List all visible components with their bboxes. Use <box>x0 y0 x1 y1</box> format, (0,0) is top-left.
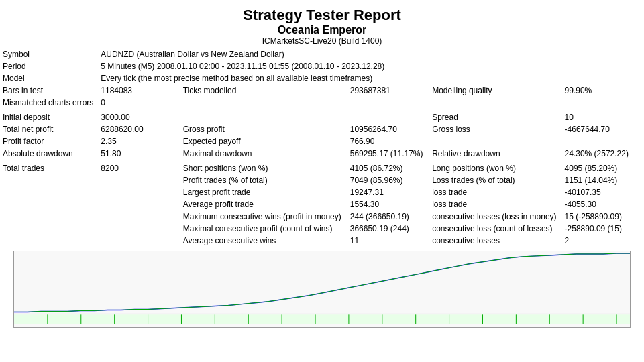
gross-profit-label: Gross profit <box>180 123 347 135</box>
loss-trades-label: Loss trades (% of total) <box>429 174 561 186</box>
abs-drawdown-value: 51.80 <box>98 147 180 160</box>
profit-trades-label: Profit trades (% of total) <box>180 174 347 186</box>
quality-label: Modelling quality <box>429 84 561 97</box>
long-pos-label: Long positions (won %) <box>429 162 561 174</box>
mismatch-value: 0 <box>98 97 180 109</box>
profit-factor-value: 2.35 <box>98 135 180 147</box>
profit-trades-value: 7049 (85.96%) <box>347 174 429 186</box>
bars-label: Bars in test <box>0 84 98 97</box>
initial-deposit-value: 3000.00 <box>98 111 180 123</box>
profit-trades-row: Profit trades (% of total) 7049 (85.96%)… <box>0 174 644 186</box>
maximal-drawdown-value: 569295.17 (11.17%) <box>347 147 429 160</box>
average-loss-value: -4055.30 <box>562 198 644 210</box>
loss-trades-value: 1151 (14.04%) <box>562 174 644 186</box>
symbol-row: Symbol AUDNZD (Australian Dollar vs New … <box>0 48 644 60</box>
svg-rect-2 <box>14 314 630 324</box>
quality-value: 99.90% <box>562 84 644 97</box>
spread-value: 10 <box>562 111 644 123</box>
max-consec-losses-value: 15 (-258890.09) <box>562 210 644 223</box>
total-trades-label: Total trades <box>0 162 98 174</box>
total-trades-value: 8200 <box>98 162 180 174</box>
maximal-consec-loss-value: -258890.09 (15) <box>562 223 644 235</box>
report-build: ICMarketsSC-Live20 (Build 1400) <box>0 36 644 46</box>
avg-consec-losses-value: 2 <box>562 235 644 247</box>
ticks-label: Ticks modelled <box>180 84 347 97</box>
report-table: Symbol AUDNZD (Australian Dollar vs New … <box>0 48 644 247</box>
gross-profit-value: 10956264.70 <box>347 123 429 135</box>
largest-loss-label: loss trade <box>429 186 561 198</box>
average-loss-label: loss trade <box>429 198 561 210</box>
short-pos-value: 4105 (86.72%) <box>347 162 429 174</box>
period-row: Period 5 Minutes (M5) 2008.01.10 02:00 -… <box>0 60 644 72</box>
max-consec-losses-label: consecutive losses (loss in money) <box>429 210 561 223</box>
maximal-consec-profit-label: Maximal consecutive profit (count of win… <box>180 223 347 235</box>
relative-drawdown-value: 24.30% (2572.22) <box>562 147 644 160</box>
expected-payoff-label: Expected payoff <box>180 135 347 147</box>
trades-row: Total trades 8200 Short positions (won %… <box>0 162 644 174</box>
ticks-value: 293687381 <box>347 84 429 97</box>
initial-deposit-label: Initial deposit <box>0 111 98 123</box>
short-pos-label: Short positions (won %) <box>180 162 347 174</box>
report-subtitle: Oceania Emperor <box>0 24 644 36</box>
expected-payoff-value: 766.90 <box>347 135 429 147</box>
bars-value: 1184083 <box>98 84 180 97</box>
profit-factor-label: Profit factor <box>0 135 98 147</box>
symbol-label: Symbol <box>0 48 98 60</box>
max-consec-row: Maximum consecutive wins (profit in mone… <box>0 210 644 223</box>
mismatch-row: Mismatched charts errors 0 <box>0 97 644 109</box>
period-value: 5 Minutes (M5) 2008.01.10 02:00 - 2023.1… <box>98 60 644 72</box>
long-pos-value: 4095 (85.20%) <box>562 162 644 174</box>
chart-svg <box>14 251 630 327</box>
spread-label: Spread <box>429 111 561 123</box>
model-label: Model <box>0 72 98 84</box>
mismatch-label: Mismatched charts errors <box>0 97 98 109</box>
avg-consec-wins-label: Average consecutive wins <box>180 235 347 247</box>
maximal-consec-loss-label: consecutive loss (count of losses) <box>429 223 561 235</box>
maximal-consec-row: Maximal consecutive profit (count of win… <box>0 223 644 235</box>
bars-row: Bars in test 1184083 Ticks modelled 2936… <box>0 84 644 97</box>
symbol-value: AUDNZD (Australian Dollar vs New Zealand… <box>98 48 644 60</box>
relative-drawdown-label: Relative drawdown <box>429 147 561 160</box>
total-net-profit-value: 6288620.00 <box>98 123 180 135</box>
average-trade-row: Average profit trade 1554.30 loss trade … <box>0 198 644 210</box>
largest-trade-row: Largest profit trade 19247.31 loss trade… <box>0 186 644 198</box>
avg-consec-row: Average consecutive wins 11 consecutive … <box>0 235 644 247</box>
gross-loss-label: Gross loss <box>429 123 561 135</box>
model-value: Every tick (the most precise method base… <box>98 72 644 84</box>
max-consec-wins-value: 244 (366650.19) <box>347 210 429 223</box>
drawdown-row: Absolute drawdown 51.80 Maximal drawdown… <box>0 147 644 160</box>
maximal-consec-profit-value: 366650.19 (244) <box>347 223 429 235</box>
report-title: Strategy Tester Report <box>0 7 644 24</box>
largest-profit-label: Largest profit trade <box>180 186 347 198</box>
average-profit-value: 1554.30 <box>347 198 429 210</box>
profit-factor-row: Profit factor 2.35 Expected payoff 766.9… <box>0 135 644 147</box>
abs-drawdown-label: Absolute drawdown <box>0 147 98 160</box>
maximal-drawdown-label: Maximal drawdown <box>180 147 347 160</box>
deposit-row: Initial deposit 3000.00 Spread 10 <box>0 111 644 123</box>
gross-loss-value: -4667644.70 <box>562 123 644 135</box>
largest-loss-value: -40107.35 <box>562 186 644 198</box>
max-consec-wins-label: Maximum consecutive wins (profit in mone… <box>180 210 347 223</box>
period-label: Period <box>0 60 98 72</box>
avg-consec-wins-value: 11 <box>347 235 429 247</box>
largest-profit-value: 19247.31 <box>347 186 429 198</box>
net-profit-row: Total net profit 6288620.00 Gross profit… <box>0 123 644 135</box>
avg-consec-losses-label: consecutive losses <box>429 235 561 247</box>
model-row: Model Every tick (the most precise metho… <box>0 72 644 84</box>
balance-chart: Balance / Equity / Every tick (the most … <box>13 251 631 328</box>
total-net-profit-label: Total net profit <box>0 123 98 135</box>
average-profit-label: Average profit trade <box>180 198 347 210</box>
report-header: Strategy Tester Report Oceania Emperor I… <box>0 0 644 48</box>
